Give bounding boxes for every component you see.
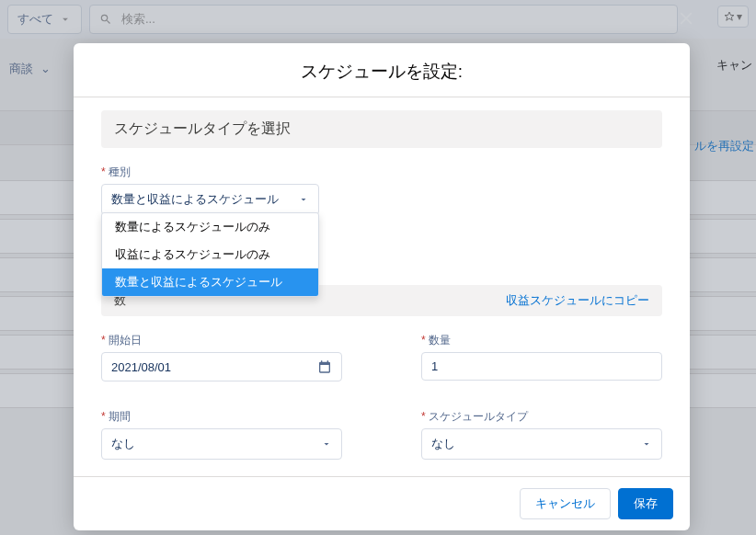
period-field: *期間 なし xyxy=(101,409,342,460)
type-label: *種別 xyxy=(101,165,322,180)
cancel-button[interactable]: キャンセル xyxy=(520,488,611,519)
save-button[interactable]: 保存 xyxy=(618,488,673,519)
modal-footer: キャンセル 保存 xyxy=(74,476,690,530)
modal-title: スケジュールを設定: xyxy=(74,43,690,97)
quantity-field: *数量 1 xyxy=(421,333,662,381)
modal-body[interactable]: スケジュールタイプを選択 *種別 数量と収益によるスケジュール 数量によるスケジ… xyxy=(74,97,690,476)
start-date-input[interactable]: 2021/08/01 xyxy=(101,352,342,381)
quantity-input[interactable]: 1 xyxy=(421,352,662,381)
required-mark: * xyxy=(101,410,106,423)
schedule-modal: スケジュールを設定: スケジュールタイプを選択 *種別 数量と収益によるスケジュ… xyxy=(74,43,690,530)
required-mark: * xyxy=(421,410,426,423)
type-option-quantity-only[interactable]: 数量によるスケジュールのみ xyxy=(102,213,318,241)
chevron-down-icon xyxy=(321,438,332,450)
start-date-field: *開始日 2021/08/01 xyxy=(101,333,342,381)
chevron-down-icon xyxy=(298,194,309,205)
field-grid: *開始日 2021/08/01 *数量 1 xyxy=(101,333,662,476)
period-value: なし xyxy=(111,436,135,452)
quantity-label: *数量 xyxy=(421,333,662,348)
calendar-icon xyxy=(317,359,332,374)
schedule-type-field: *スケジュールタイプ なし xyxy=(421,409,662,460)
type-field: *種別 数量と収益によるスケジュール 数量によるスケジュールのみ 収益によるスケ… xyxy=(101,165,322,215)
chevron-down-icon xyxy=(641,438,652,450)
required-mark: * xyxy=(101,165,106,178)
type-dropdown: 数量によるスケジュールのみ 収益によるスケジュールのみ 数量と収益によるスケジュ… xyxy=(101,212,319,297)
copy-revenue-schedule-link[interactable]: 収益スケジュールにコピー xyxy=(506,292,649,309)
schedule-type-value: なし xyxy=(431,436,455,452)
period-select[interactable]: なし xyxy=(101,428,342,460)
start-date-value: 2021/08/01 xyxy=(111,360,171,374)
type-option-revenue-only[interactable]: 収益によるスケジュールのみ xyxy=(102,241,318,268)
period-label: *期間 xyxy=(101,409,342,425)
type-value: 数量と収益によるスケジュール xyxy=(111,191,279,208)
schedule-type-select[interactable]: なし xyxy=(421,428,662,460)
schedule-type-label: *スケジュールタイプ xyxy=(421,409,662,425)
type-option-quantity-revenue[interactable]: 数量と収益によるスケジュール xyxy=(102,268,318,296)
required-mark: * xyxy=(421,334,426,347)
quantity-value: 1 xyxy=(431,359,438,373)
required-mark: * xyxy=(101,334,106,347)
start-date-label: *開始日 xyxy=(101,333,342,348)
section-heading-type: スケジュールタイプを選択 xyxy=(101,110,662,148)
quantity-section: 数 収益スケジュールにコピー *開始日 2021/08/01 xyxy=(101,285,662,476)
type-select[interactable]: 数量と収益によるスケジュール xyxy=(101,184,319,215)
